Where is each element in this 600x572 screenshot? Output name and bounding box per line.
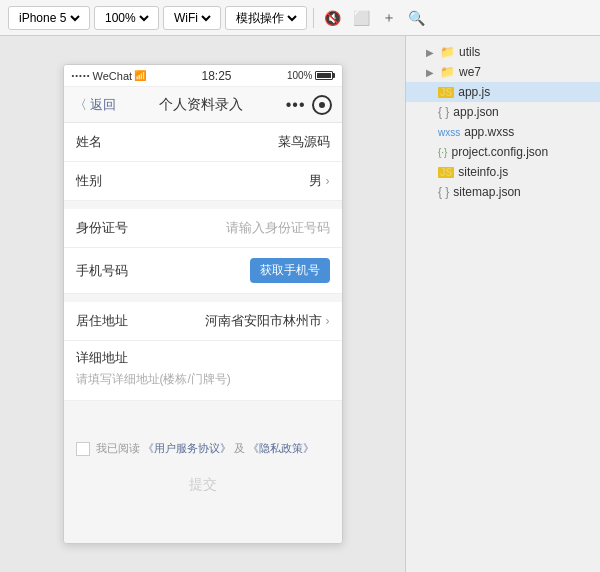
project-config-item[interactable]: {·} project.config.json — [406, 142, 600, 162]
gender-label: 性别 — [76, 172, 131, 190]
phone-label: 手机号码 — [76, 262, 131, 280]
divider-2 — [64, 294, 342, 302]
phone-frame: ••••• WeChat 📶 18:25 100% 〈 返回 姓名 个人资料录入… — [63, 64, 343, 544]
window-icon-btn[interactable]: ⬜ — [349, 8, 374, 28]
project-config-icon: {·} — [438, 147, 447, 158]
wechat-label: WeChat — [93, 70, 133, 82]
utils-folder-item[interactable]: ▶ 📁 utils — [406, 42, 600, 62]
app-js-label: app.js — [458, 85, 490, 99]
app-json-icon: { } — [438, 105, 449, 119]
status-right: 100% — [287, 70, 334, 81]
zoom-select[interactable]: 100% 75% — [101, 10, 152, 26]
app-wxss-item[interactable]: wxss app.wxss — [406, 122, 600, 142]
name-label: 姓名 — [76, 133, 131, 151]
battery-percent: 100% — [287, 70, 313, 81]
app-js-item[interactable]: JS app.js — [406, 82, 600, 102]
id-placeholder[interactable]: 请输入身份证号码 — [226, 219, 330, 237]
detail-address-area: 详细地址 请填写详细地址(楼栋/门牌号) — [64, 341, 342, 401]
utils-folder-label: utils — [459, 45, 480, 59]
app-wxss-label: app.wxss — [464, 125, 514, 139]
gender-row[interactable]: 性别 男 › — [64, 162, 342, 201]
spacer — [64, 401, 342, 431]
status-time: 18:25 — [201, 69, 231, 83]
audio-icon-btn[interactable]: 🔇 — [320, 8, 345, 28]
project-config-label: project.config.json — [451, 145, 548, 159]
nav-actions: ••• — [286, 95, 332, 115]
gender-value: 男 › — [309, 172, 330, 190]
address-value: 河南省安阳市林州市 › — [205, 312, 330, 330]
gender-text: 男 — [309, 172, 322, 190]
agreement-link2[interactable]: 《隐私政策》 — [248, 442, 314, 454]
address-text: 河南省安阳市林州市 — [205, 312, 322, 330]
phone-status-bar: ••••• WeChat 📶 18:25 100% — [64, 65, 342, 87]
utils-arrow-icon: ▶ — [426, 47, 434, 58]
agreement-checkbox[interactable] — [76, 442, 90, 456]
agreement-middle: 及 — [234, 442, 248, 454]
we7-folder-icon: 📁 — [440, 65, 455, 79]
address-label: 居住地址 — [76, 312, 131, 330]
file-tree: ▶ 📁 utils ▶ 📁 we7 JS app.js { } app.json… — [406, 36, 600, 208]
device-select[interactable]: iPhone 5 iPhone 6 iPhone 7 — [15, 10, 83, 26]
app-json-item[interactable]: { } app.json — [406, 102, 600, 122]
address-chevron: › — [326, 314, 330, 328]
network-select[interactable]: WiFi 3G — [170, 10, 214, 26]
signal-dots: ••••• — [72, 71, 91, 80]
toolbar: iPhone 5 iPhone 6 iPhone 7 100% 75% WiFi… — [0, 0, 600, 36]
detail-address-label: 详细地址 — [76, 349, 330, 367]
sitemap-json-item[interactable]: { } sitemap.json — [406, 182, 600, 202]
address-row[interactable]: 居住地址 河南省安阳市林州市 › — [64, 302, 342, 341]
id-label: 身份证号 — [76, 219, 131, 237]
phone-content: 姓名 菜鸟源码 性别 男 › 身份证号 请输入身份证号码 — [64, 123, 342, 543]
name-value: 菜鸟源码 — [278, 133, 330, 151]
phone-row: 手机号码 获取手机号 — [64, 248, 342, 294]
we7-folder-label: we7 — [459, 65, 481, 79]
app-wxss-icon: wxss — [438, 127, 460, 138]
toolbar-separator — [313, 8, 314, 28]
plus-icon-btn[interactable]: ＋ — [378, 7, 400, 29]
name-row: 姓名 菜鸟源码 — [64, 123, 342, 162]
siteinfo-js-item[interactable]: JS siteinfo.js — [406, 162, 600, 182]
utils-folder-icon: 📁 — [440, 45, 455, 59]
submit-button[interactable]: 提交 — [189, 476, 217, 494]
submit-area: 提交 — [64, 466, 342, 510]
main-area: ••••• WeChat 📶 18:25 100% 〈 返回 姓名 个人资料录入… — [0, 36, 600, 572]
sitemap-json-icon: { } — [438, 185, 449, 199]
network-selector[interactable]: WiFi 3G — [163, 6, 221, 30]
agreement-prefix: 我已阅读 — [96, 442, 140, 454]
mode-selector[interactable]: 模拟操作 真机调试 — [225, 6, 307, 30]
app-js-icon: JS — [438, 87, 454, 98]
agreement-text: 我已阅读 《用户服务协议》 及 《隐私政策》 — [96, 441, 314, 456]
battery-icon — [315, 71, 333, 80]
agreement-area: 我已阅读 《用户服务协议》 及 《隐私政策》 — [64, 431, 342, 466]
zoom-selector[interactable]: 100% 75% — [94, 6, 159, 30]
get-phone-button[interactable]: 获取手机号 — [250, 258, 330, 283]
app-json-label: app.json — [453, 105, 498, 119]
simulator-area: ••••• WeChat 📶 18:25 100% 〈 返回 姓名 个人资料录入… — [0, 36, 405, 572]
divider-1 — [64, 201, 342, 209]
we7-folder-item[interactable]: ▶ 📁 we7 — [406, 62, 600, 82]
detail-address-placeholder[interactable]: 请填写详细地址(楼栋/门牌号) — [76, 371, 330, 396]
phone-navbar: 〈 返回 姓名 个人资料录入 ••• — [64, 87, 342, 123]
gender-chevron: › — [326, 174, 330, 188]
sitemap-json-label: sitemap.json — [453, 185, 520, 199]
nav-back-button[interactable]: 〈 返回 — [74, 96, 117, 114]
mode-select[interactable]: 模拟操作 真机调试 — [232, 10, 300, 26]
siteinfo-js-label: siteinfo.js — [458, 165, 508, 179]
file-panel: ▶ 📁 utils ▶ 📁 we7 JS app.js { } app.json… — [405, 36, 600, 572]
more-dots-icon[interactable]: ••• — [286, 96, 306, 114]
id-row: 身份证号 请输入身份证号码 — [64, 209, 342, 248]
agreement-link1[interactable]: 《用户服务协议》 — [143, 442, 231, 454]
we7-arrow-icon: ▶ — [426, 67, 434, 78]
device-selector[interactable]: iPhone 5 iPhone 6 iPhone 7 — [8, 6, 90, 30]
siteinfo-js-icon: JS — [438, 167, 454, 178]
status-left: ••••• WeChat 📶 — [72, 70, 147, 82]
wifi-icon: 📶 — [134, 70, 146, 81]
search-icon-btn[interactable]: 🔍 — [404, 8, 429, 28]
page-title: 个人资料录入 — [159, 96, 243, 114]
target-icon[interactable] — [312, 95, 332, 115]
